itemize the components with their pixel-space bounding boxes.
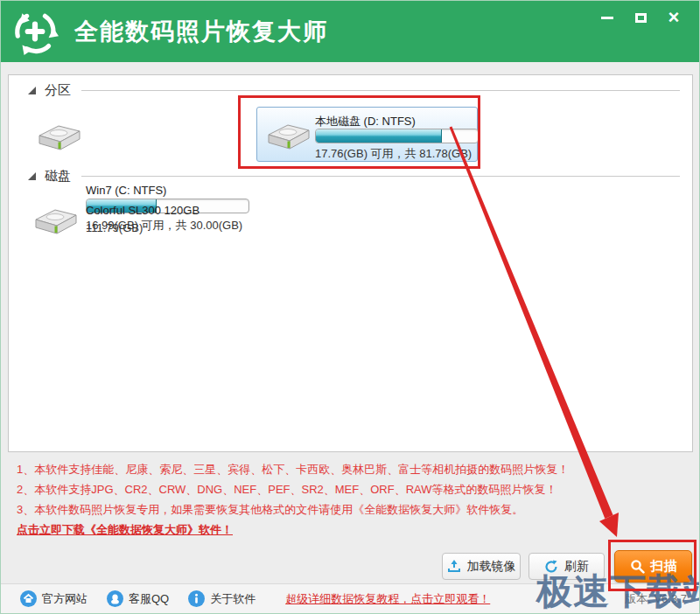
refresh-label: 刷新 [564, 559, 589, 575]
about-software-label: 关于软件 [210, 591, 256, 607]
customer-qq-label: 客服QQ [129, 591, 169, 607]
partition-usage: 17.76(GB) 可用，共 81.78(GB) [315, 146, 472, 162]
hard-drive-icon [32, 205, 80, 238]
group-rule [81, 176, 680, 177]
disk-size: 111.79(GB) [86, 221, 143, 234]
refresh-button[interactable]: 刷新 [528, 553, 605, 580]
load-image-button[interactable]: 加载镜像 [442, 553, 521, 580]
official-site-label: 官方网站 [42, 591, 88, 607]
capacity-bar-fill [316, 129, 442, 143]
disk-name: Colorful SL300 120GB [86, 204, 200, 217]
partition-name: 本地磁盘 (D: NTFS) [315, 114, 416, 129]
about-software-button[interactable]: 关于软件 [188, 590, 256, 607]
disk-group-header[interactable]: 磁盘 [28, 168, 680, 185]
version-label: 版本: V6.3.7 [625, 591, 687, 607]
note-line-1: 1、本软件支持佳能、尼康、索尼、三星、宾得、松下、卡西欧、奥林巴斯、富士等相机拍… [17, 459, 569, 479]
close-button[interactable]: × [664, 8, 683, 27]
window-controls: × [598, 8, 683, 27]
upload-icon [447, 560, 461, 574]
partition-group-label: 分区 [45, 82, 71, 99]
customer-qq-button[interactable]: 客服QQ [107, 590, 169, 607]
download-software-link[interactable]: 点击立即下载《全能数据恢复大师》软件！ [17, 522, 233, 538]
expander-triangle-icon [28, 172, 36, 180]
action-button-row: 加载镜像 刷新 扫描 [1, 553, 699, 588]
scan-button[interactable]: 扫描 [614, 550, 692, 583]
expander-triangle-icon [28, 87, 36, 94]
app-window: 全能数码照片恢复大师 × 分区 Win7 (C: NTFS) [0, 0, 700, 614]
maximize-button[interactable] [631, 8, 650, 27]
note-line-3: 3、本软件数码照片恢复专用，如果需要恢复其他格式的文件请使用《全能数据恢复大师》… [17, 499, 569, 520]
group-rule [81, 90, 680, 91]
minimize-button[interactable] [598, 8, 617, 27]
info-icon [188, 590, 205, 607]
note-line-2: 2、本软件支持JPG、CR2、CRW、DNG、NEF、PEF、SR2、MEF、O… [17, 479, 569, 499]
drive-list-panel: 分区 Win7 (C: NTFS) 16.99(GB) 可用，共 30.00(G… [8, 74, 693, 452]
hard-drive-icon [35, 121, 84, 154]
capacity-bar [315, 129, 479, 143]
hard-drive-icon [264, 120, 313, 153]
load-image-label: 加载镜像 [467, 559, 516, 575]
app-title: 全能数码照片恢复大师 [74, 1, 328, 62]
scan-label: 扫描 [651, 558, 677, 575]
disk-group-label: 磁盘 [45, 168, 71, 185]
home-icon [20, 590, 37, 607]
footer-bar: 官方网站 客服QQ 关于软件 超级详细数据恢复教程，点击立即观看！ [1, 583, 699, 613]
qq-icon [107, 590, 123, 607]
instruction-notes: 1、本软件支持佳能、尼康、索尼、三星、宾得、松下、卡西欧、奥林巴斯、富士等相机拍… [17, 459, 569, 538]
magnifier-icon [630, 559, 645, 574]
partition-name: Win7 (C: NTFS) [86, 184, 166, 197]
tutorial-link[interactable]: 超级详细数据恢复教程，点击立即观看！ [285, 591, 490, 607]
app-logo-recycle-plus-icon [11, 8, 59, 55]
official-site-button[interactable]: 官方网站 [20, 590, 88, 607]
title-bar: 全能数码照片恢复大师 × [1, 1, 699, 62]
partition-group-header[interactable]: 分区 [28, 82, 680, 99]
refresh-icon [544, 560, 558, 574]
partition-item-d-selected[interactable]: 本地磁盘 (D: NTFS) 17.76(GB) 可用，共 81.78(GB) [256, 107, 478, 162]
